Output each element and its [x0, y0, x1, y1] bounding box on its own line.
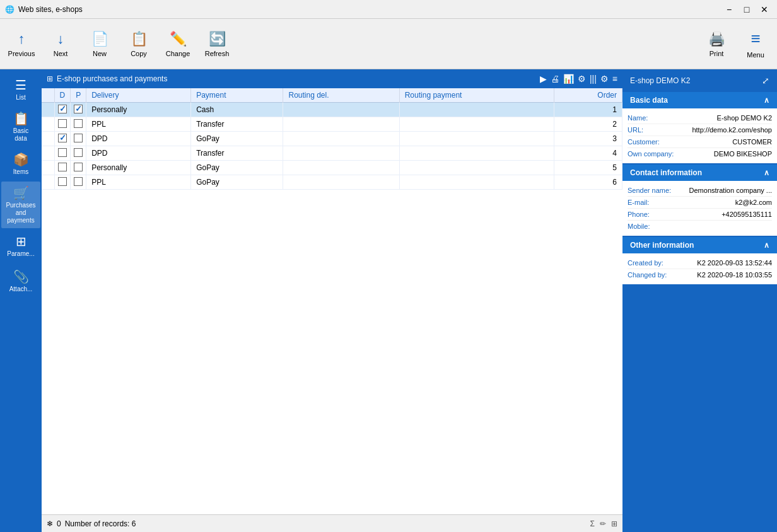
- value-own-company: DEMO BIKESHOP: [678, 150, 772, 158]
- sidebar-attach-label: Attach...: [9, 286, 33, 293]
- table-row[interactable]: PersonallyGoPay5: [42, 161, 622, 175]
- info-row-url: URL: http://demo.k2.com/eshop: [628, 124, 772, 136]
- row-p-checkbox[interactable]: [71, 146, 86, 161]
- close-button[interactable]: ✕: [757, 3, 772, 16]
- table-header-bar: ⊞ E-shop purchases and payments ▶ 🖨 📊 ⚙ …: [42, 69, 622, 88]
- table-row[interactable]: PPLTransfer2: [42, 117, 622, 132]
- info-row-mobile: Mobile:: [628, 221, 772, 232]
- table-row[interactable]: PPLGoPay6: [42, 175, 622, 190]
- print-button[interactable]: 🖨️ Print: [698, 21, 735, 67]
- copy-button[interactable]: 📋 Copy: [120, 21, 158, 67]
- col-header-p[interactable]: P: [71, 88, 86, 103]
- row-d-checkbox[interactable]: [54, 132, 71, 146]
- label-changed: Changed by:: [628, 271, 678, 279]
- label-mobile: Mobile:: [628, 223, 678, 230]
- table-row[interactable]: PersonallyCash1: [42, 103, 622, 117]
- value-email: k2@k2.com: [678, 199, 772, 206]
- refresh-button[interactable]: 🔄 Refresh: [198, 21, 236, 67]
- change-icon: ✏️: [170, 31, 187, 47]
- right-panel-title-text: E-shop DEMO K2: [630, 76, 690, 85]
- col-header-routing-del[interactable]: Routing del.: [283, 88, 399, 103]
- sidebar-item-params[interactable]: ⊞ Parame...: [1, 228, 40, 263]
- section-header-basic-data[interactable]: Basic data ∧: [622, 92, 777, 108]
- data-table-container: D P Delivery Payment Routing del. Routin…: [42, 88, 622, 514]
- section-header-contact[interactable]: Contact information ∧: [622, 165, 777, 181]
- sidebar-item-basic-data[interactable]: 📋 Basicdata: [1, 107, 40, 146]
- toolbar: ↑ Previous ↓ Next 📄 New 📋 Copy ✏️ Change…: [0, 19, 777, 69]
- row-p-checkbox[interactable]: [71, 161, 86, 175]
- row-routing-del: [283, 161, 399, 175]
- sidebar-item-attach[interactable]: 📎 Attach...: [1, 263, 40, 299]
- next-label: Next: [54, 50, 68, 57]
- new-icon: 📄: [91, 31, 108, 47]
- row-d-checkbox[interactable]: [54, 161, 71, 175]
- sigma-icon[interactable]: Σ: [590, 519, 595, 528]
- play-icon[interactable]: ▶: [540, 74, 547, 84]
- col-header-order[interactable]: Order: [554, 88, 622, 103]
- info-row-customer: Customer: CUSTOMER: [628, 136, 772, 148]
- col-header-routing-payment[interactable]: Routing payment: [399, 88, 554, 103]
- col-header-delivery[interactable]: Delivery: [86, 88, 191, 103]
- row-d-checkbox[interactable]: [54, 146, 71, 161]
- print-icon: 🖨️: [708, 31, 725, 47]
- sidebar-items-label: Items: [13, 168, 28, 176]
- row-delivery: PPL: [86, 175, 191, 190]
- more-icon[interactable]: ≡: [612, 74, 617, 84]
- label-own-company: Own company:: [628, 150, 678, 158]
- row-delivery: PPL: [86, 117, 191, 132]
- info-row-name: Name: E-shop DEMO K2: [628, 112, 772, 124]
- maximize-button[interactable]: □: [739, 3, 754, 16]
- settings-icon[interactable]: ⚙: [578, 74, 586, 84]
- print-label: Print: [710, 50, 724, 57]
- row-d-checkbox[interactable]: [54, 117, 71, 132]
- expand-icon[interactable]: ⤢: [762, 76, 769, 86]
- sidebar-params-label: Parame...: [7, 250, 34, 258]
- table-header-icon: ⊞: [47, 74, 53, 83]
- row-payment: Transfer: [191, 146, 283, 161]
- row-routing-del: [283, 103, 399, 117]
- edit-icon[interactable]: ✏: [600, 519, 606, 528]
- info-row-phone: Phone: +420595135111: [628, 209, 772, 221]
- cog-icon[interactable]: ⚙: [600, 74, 609, 84]
- row-p-checkbox[interactable]: [71, 132, 86, 146]
- grid-icon[interactable]: ⊞: [611, 519, 617, 528]
- refresh-label: Refresh: [205, 50, 230, 57]
- table-header-title: ⊞ E-shop purchases and payments: [47, 74, 167, 83]
- section-body-other: Created by: K2 2020-09-03 13:52:44 Chang…: [622, 253, 777, 284]
- table-row[interactable]: DPDTransfer4: [42, 146, 622, 161]
- row-p-checkbox[interactable]: [71, 103, 86, 117]
- menu-button[interactable]: ≡ Menu: [737, 21, 774, 67]
- barcode-icon[interactable]: |||: [590, 74, 597, 84]
- row-routing-payment: [399, 117, 554, 132]
- attach-icon: 📎: [13, 269, 29, 284]
- section-body-contact: Sender name: Demonstration company ... E…: [622, 181, 777, 236]
- chart-icon[interactable]: 📊: [563, 74, 574, 84]
- value-changed: K2 2020-09-18 10:03:55: [678, 271, 772, 279]
- table-row[interactable]: DPDGoPay3: [42, 132, 622, 146]
- sidebar-item-items[interactable]: 📦 Items: [1, 146, 40, 182]
- basic-data-icon: 📋: [13, 111, 29, 126]
- row-d-checkbox[interactable]: [54, 175, 71, 190]
- row-d-checkbox[interactable]: [54, 103, 71, 117]
- section-header-other[interactable]: Other information ∧: [622, 237, 777, 253]
- row-delivery: Personally: [86, 161, 191, 175]
- print-table-icon[interactable]: 🖨: [551, 74, 559, 84]
- col-header-payment[interactable]: Payment: [191, 88, 283, 103]
- row-p-checkbox[interactable]: [71, 117, 86, 132]
- row-p-checkbox[interactable]: [71, 175, 86, 190]
- sidebar-item-list[interactable]: ☰ List: [1, 72, 40, 107]
- previous-label: Previous: [8, 50, 35, 57]
- col-header-d[interactable]: D: [54, 88, 71, 103]
- previous-button[interactable]: ↑ Previous: [3, 21, 40, 67]
- next-button[interactable]: ↓ Next: [42, 21, 79, 67]
- row-routing-payment: [399, 103, 554, 117]
- change-button[interactable]: ✏️ Change: [159, 21, 197, 67]
- new-button[interactable]: 📄 New: [81, 21, 119, 67]
- chevron-up-other: ∧: [764, 241, 769, 250]
- sidebar-item-purchases[interactable]: 🛒 Purchasesandpayments: [1, 182, 40, 228]
- minimize-button[interactable]: −: [722, 3, 737, 16]
- row-order: 4: [554, 146, 622, 161]
- label-customer: Customer:: [628, 138, 678, 146]
- row-order: 2: [554, 117, 622, 132]
- row-routing-payment: [399, 161, 554, 175]
